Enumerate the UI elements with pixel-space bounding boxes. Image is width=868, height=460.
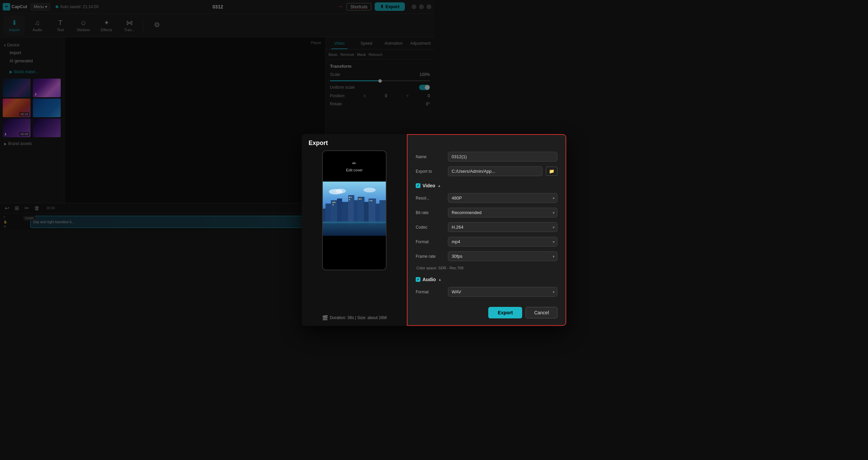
name-label: Name xyxy=(416,154,434,159)
svg-rect-11 xyxy=(358,197,364,226)
edit-cover-label: Edit cover xyxy=(346,168,363,172)
export-to-label: Export to xyxy=(416,169,434,174)
svg-rect-20 xyxy=(351,197,352,198)
svg-rect-23 xyxy=(360,198,361,200)
svg-point-2 xyxy=(336,189,346,193)
resolution-label: Resol... xyxy=(416,196,434,201)
video-frame: ✏ Edit cover xyxy=(322,150,387,230)
svg-rect-17 xyxy=(334,202,335,203)
export-dialog-overlay: Export ✏ Edit cover xyxy=(0,0,434,230)
export-dialog: Export ✏ Edit cover xyxy=(302,134,434,230)
codec-label: Codec xyxy=(416,225,434,230)
svg-rect-27 xyxy=(323,222,386,223)
pencil-icon: ✏ xyxy=(352,161,356,166)
export-dialog-title: Export xyxy=(309,140,328,147)
bitrate-label: Bit rate xyxy=(416,210,434,215)
svg-rect-21 xyxy=(349,199,350,200)
edit-cover-area[interactable]: ✏ Edit cover xyxy=(323,151,386,182)
export-preview: ✏ Edit cover xyxy=(302,134,407,230)
video-thumbnail xyxy=(323,182,386,230)
video-section-header: ✓ Video ▲ xyxy=(416,183,434,188)
name-row: Name xyxy=(416,152,434,162)
svg-rect-16 xyxy=(333,202,334,203)
city-skyline-svg xyxy=(323,182,386,230)
export-settings: Name Export to 📁 ✓ Video ▲ Resol... xyxy=(407,134,434,230)
resolution-row: Resol... 480P 720P 1080P 2K 4K ▾ xyxy=(416,193,434,203)
svg-rect-18 xyxy=(333,204,334,205)
export-to-row: Export to 📁 xyxy=(416,166,434,176)
svg-rect-19 xyxy=(349,197,350,198)
svg-point-3 xyxy=(363,188,376,192)
svg-rect-24 xyxy=(370,200,371,201)
video-checkbox[interactable]: ✓ xyxy=(416,183,420,188)
svg-rect-25 xyxy=(371,200,372,201)
bitrate-row: Bit rate Recommended Low Medium High ▾ xyxy=(416,208,434,217)
codec-row: Codec H.264 H.265 ProRes ▾ xyxy=(416,222,434,230)
video-section-title: Video xyxy=(422,183,434,188)
svg-rect-22 xyxy=(359,198,360,200)
